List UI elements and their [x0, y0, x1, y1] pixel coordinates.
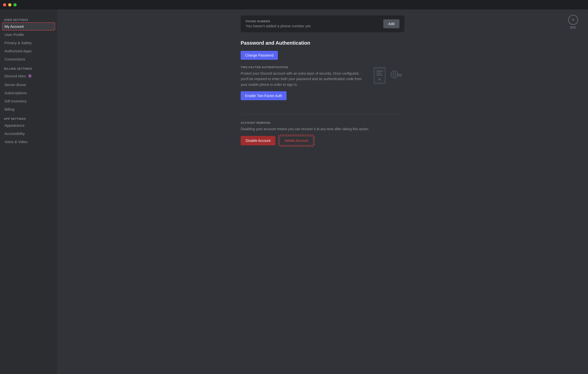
sidebar-item-privacy-safety[interactable]: Privacy & Safety — [2, 39, 55, 47]
app-settings-label: APP SETTINGS — [2, 115, 55, 121]
close-button[interactable] — [3, 3, 6, 6]
sidebar-item-connections[interactable]: Connections — [2, 55, 55, 63]
sidebar-item-my-account[interactable]: My Account — [2, 22, 55, 31]
tfa-section: TWO-FACTOR AUTHENTICATION Protect your D… — [241, 66, 404, 106]
sidebar-item-label: Connections — [4, 57, 25, 61]
sidebar-item-server-boost[interactable]: Server Boost — [2, 81, 55, 89]
phone-label: PHONE NUMBER — [246, 20, 311, 23]
maximize-button[interactable] — [13, 3, 17, 6]
svg-rect-9 — [400, 75, 401, 77]
security-svg-image — [371, 66, 403, 86]
sidebar-item-label: Appearance — [4, 123, 25, 127]
nitro-icon: ⊛ — [28, 73, 32, 79]
title-bar — [0, 0, 588, 9]
esc-button[interactable]: × ESC — [568, 15, 578, 29]
app-container: USER SETTINGS My Account User Profile Pr… — [0, 9, 588, 374]
svg-point-7 — [393, 73, 396, 76]
sidebar-item-label: Server Boost — [4, 83, 26, 87]
delete-account-button[interactable]: Delete Account — [279, 136, 313, 145]
sidebar-item-accessibility[interactable]: Accessibility — [2, 129, 55, 138]
user-settings-label: USER SETTINGS — [2, 16, 55, 22]
change-password-button[interactable]: Change Password — [241, 51, 278, 60]
esc-symbol: × — [572, 18, 574, 22]
phone-value: You haven't added a phone number yet. — [246, 24, 311, 28]
sidebar-item-label: Authorized Apps — [4, 49, 32, 53]
sidebar-item-label: Billing — [4, 107, 14, 111]
sidebar-item-subscriptions[interactable]: Subscriptions — [2, 89, 55, 97]
svg-rect-4 — [376, 75, 382, 76]
billing-settings-label: BILLING SETTINGS — [2, 65, 55, 71]
main-content: PHONE NUMBER You haven't added a phone n… — [57, 9, 588, 374]
account-removal-description: Disabling your account means you can rec… — [241, 126, 380, 132]
svg-point-5 — [379, 78, 381, 80]
enable-tfa-button[interactable]: Enable Two-Factor Auth — [241, 91, 287, 100]
svg-rect-2 — [376, 71, 383, 72]
disable-account-button[interactable]: Disable Account — [241, 136, 275, 145]
sidebar-item-label: Privacy & Safety — [4, 41, 32, 45]
sidebar-item-label: My Account — [4, 24, 24, 29]
sidebar-item-label: Gift Inventory — [4, 99, 27, 103]
sidebar-item-user-profile[interactable]: User Profile — [2, 31, 55, 39]
phone-info: PHONE NUMBER You haven't added a phone n… — [246, 20, 311, 28]
sidebar-item-authorized-apps[interactable]: Authorized Apps — [2, 47, 55, 55]
sidebar-item-appearance[interactable]: Appearance — [2, 121, 55, 129]
tfa-illustration — [370, 66, 404, 86]
sidebar-item-label: Voice & Video — [4, 140, 28, 144]
sidebar: USER SETTINGS My Account User Profile Pr… — [0, 9, 57, 374]
account-removal-label: ACCOUNT REMOVAL — [241, 121, 404, 124]
sidebar-item-label: Subscriptions — [4, 91, 27, 95]
sidebar-item-billing[interactable]: Billing — [2, 105, 55, 113]
svg-rect-3 — [376, 73, 381, 74]
tfa-description: Protect your Discord account with an ext… — [241, 71, 365, 87]
password-section-title: Password and Authentication — [241, 40, 404, 46]
sidebar-item-label: Discord Nitro — [4, 74, 26, 78]
account-removal-section: ACCOUNT REMOVAL Disabling your account m… — [241, 121, 404, 145]
esc-circle-icon: × — [568, 15, 578, 25]
sidebar-item-label: User Profile — [4, 32, 24, 37]
add-phone-button[interactable]: Add — [383, 19, 399, 28]
esc-label: ESC — [570, 26, 576, 29]
tfa-text: TWO-FACTOR AUTHENTICATION Protect your D… — [241, 66, 365, 106]
tfa-label: TWO-FACTOR AUTHENTICATION — [241, 66, 365, 69]
phone-section: PHONE NUMBER You haven't added a phone n… — [241, 15, 404, 32]
sidebar-item-gift-inventory[interactable]: Gift Inventory — [2, 97, 55, 105]
minimize-button[interactable] — [8, 3, 11, 6]
svg-rect-10 — [399, 75, 400, 77]
content-inner: PHONE NUMBER You haven't added a phone n… — [231, 9, 414, 160]
svg-rect-8 — [397, 74, 402, 75]
divider — [241, 114, 404, 114]
sidebar-item-discord-nitro[interactable]: Discord Nitro ⊛ — [2, 71, 55, 81]
account-removal-buttons: Disable Account Delete Account — [241, 136, 404, 145]
sidebar-item-label: Accessibility — [4, 131, 25, 136]
sidebar-item-voice-video[interactable]: Voice & Video — [2, 138, 55, 146]
